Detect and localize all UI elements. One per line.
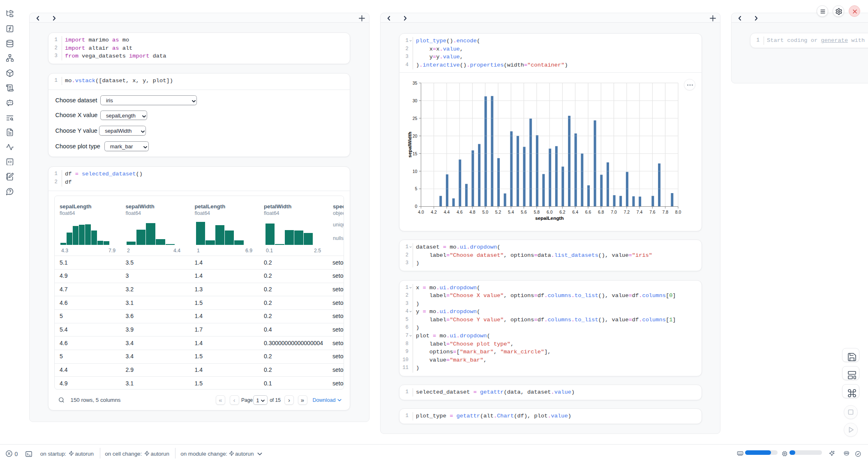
svg-text:5.4: 5.4	[508, 210, 514, 214]
svg-text:7.8: 7.8	[662, 210, 668, 214]
svg-text:4.2: 4.2	[431, 210, 437, 214]
svg-text:10: 10	[413, 169, 418, 174]
svg-text:5.0: 5.0	[482, 210, 488, 214]
svg-text:8.0: 8.0	[675, 210, 681, 214]
svg-text:20: 20	[413, 134, 418, 138]
svg-text:6.0: 6.0	[547, 210, 553, 214]
svg-text:4.4: 4.4	[444, 210, 450, 214]
svg-text:6.2: 6.2	[559, 210, 566, 214]
svg-text:4.6: 4.6	[457, 210, 463, 214]
svg-text:5.6: 5.6	[521, 210, 527, 214]
svg-text:25: 25	[413, 116, 418, 121]
svg-text:5: 5	[415, 187, 418, 191]
svg-text:15: 15	[413, 152, 418, 156]
svg-text:30: 30	[413, 99, 418, 103]
svg-text:7.6: 7.6	[649, 210, 656, 214]
svg-text:sepalLength: sepalLength	[535, 215, 563, 221]
svg-text:7.2: 7.2	[624, 210, 630, 214]
svg-text:5.2: 5.2	[495, 210, 501, 214]
svg-text:7.0: 7.0	[611, 210, 617, 214]
svg-text:7.4: 7.4	[637, 210, 643, 214]
svg-text:4.8: 4.8	[469, 210, 476, 214]
svg-text:4.0: 4.0	[418, 210, 424, 214]
svg-text:6.6: 6.6	[585, 210, 591, 214]
svg-text:5.8: 5.8	[534, 210, 540, 214]
svg-text:35: 35	[413, 81, 418, 85]
svg-text:6.8: 6.8	[598, 210, 604, 214]
svg-text:0: 0	[415, 205, 418, 209]
svg-text:sepalWidth: sepalWidth	[407, 132, 413, 158]
svg-text:6.4: 6.4	[572, 210, 578, 214]
